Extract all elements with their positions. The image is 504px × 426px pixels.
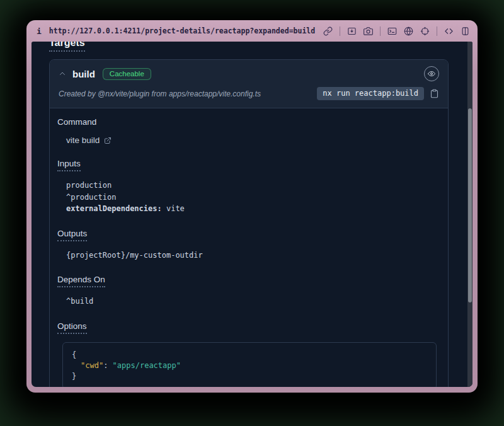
command-section-label: Command: [57, 117, 440, 127]
depends-on-section-label: Depends On: [57, 275, 440, 287]
toolbar-divider: [380, 26, 381, 36]
browser-window: i http://127.0.0.1:4211/project-details/…: [26, 20, 478, 393]
copy-icon[interactable]: [430, 89, 439, 98]
browser-toolbar: i http://127.0.0.1:4211/project-details/…: [32, 20, 472, 42]
run-command-chip: nx run reactapp:build: [317, 87, 424, 100]
command-value: vite build: [66, 135, 440, 145]
options-section-label: Options: [57, 321, 440, 334]
input-item: production: [66, 180, 440, 192]
code-icon[interactable]: [444, 26, 454, 36]
input-item: ^production: [66, 192, 440, 204]
json-line: "cwd": "apps/reactapp": [72, 360, 427, 371]
toolbar-icon-group: [323, 26, 470, 36]
globe-icon[interactable]: [404, 26, 413, 36]
inputs-section-label: Inputs: [57, 159, 440, 171]
download-icon[interactable]: [347, 26, 357, 36]
target-card-build: build Cacheable Created by @nx/vite/plug…: [49, 59, 449, 387]
json-line: }: [72, 371, 427, 382]
view-details-button[interactable]: [424, 66, 439, 81]
url-text[interactable]: http://127.0.0.1:4211/project-details/re…: [49, 26, 323, 35]
external-link-icon[interactable]: [104, 137, 112, 144]
browser-viewport: Targets build Cacheable: [32, 42, 472, 387]
scrollbar-track[interactable]: [467, 42, 472, 387]
depends-on-item: ^build: [66, 296, 440, 308]
output-item: {projectRoot}/my-custom-outdir: [66, 250, 440, 262]
cacheable-badge: Cacheable: [103, 68, 151, 80]
json-line: {: [72, 350, 427, 360]
toolbar-divider: [340, 26, 340, 36]
project-details-page: Targets build Cacheable: [32, 42, 467, 387]
scrollbar-thumb[interactable]: [468, 108, 472, 302]
terminal-icon[interactable]: [387, 26, 397, 36]
info-icon: i: [37, 26, 42, 36]
outputs-section-label: Outputs: [57, 229, 440, 241]
link-icon[interactable]: [323, 26, 333, 36]
camera-icon[interactable]: [364, 26, 373, 36]
options-json-block: { "cwd": "apps/reactapp" }: [62, 342, 437, 388]
crosshair-icon[interactable]: [420, 26, 430, 36]
created-by-text: Created by @nx/vite/plugin from apps/rea…: [59, 89, 261, 98]
targets-heading: Targets: [49, 42, 467, 52]
toolbar-divider: [437, 26, 437, 36]
build-card-body: Command vite build Inputs production ^pr…: [50, 108, 448, 387]
split-view-icon[interactable]: [461, 26, 470, 36]
target-name-build[interactable]: build: [72, 69, 95, 79]
chevron-up-icon[interactable]: [59, 70, 66, 78]
build-card-header: build Cacheable Created by @nx/vite/plug…: [50, 60, 448, 108]
input-item: externalDependencies: vite: [66, 203, 440, 215]
